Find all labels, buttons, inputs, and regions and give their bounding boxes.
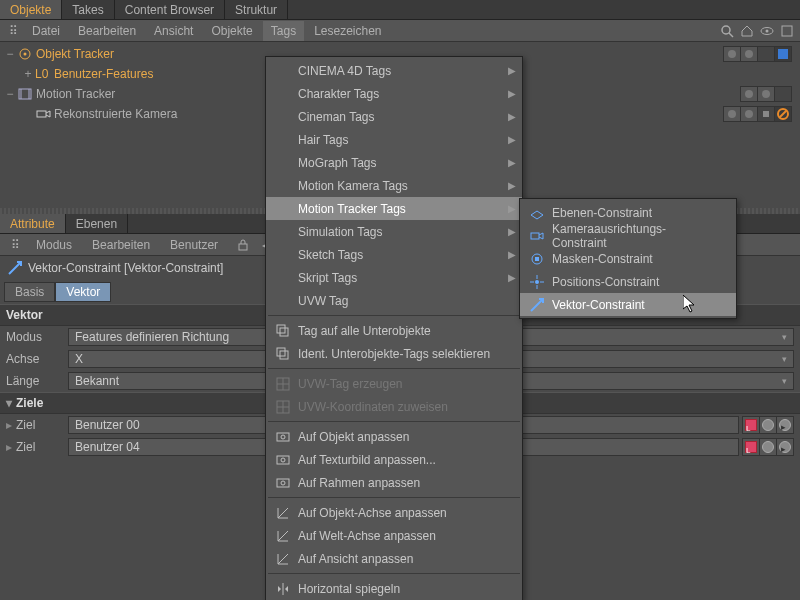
expand-toggle[interactable]: − bbox=[4, 87, 16, 101]
svg-rect-12 bbox=[37, 111, 46, 117]
copy-icon bbox=[272, 346, 294, 362]
svg-rect-29 bbox=[277, 456, 289, 464]
menu-item[interactable]: Motion Kamera Tags▶ bbox=[266, 174, 522, 197]
layer-slot[interactable] bbox=[774, 86, 792, 102]
svg-text:L0: L0 bbox=[35, 67, 49, 81]
tab-ebenen[interactable]: Ebenen bbox=[66, 214, 128, 233]
tab-content-browser[interactable]: Content Browser bbox=[115, 0, 225, 19]
menu-item[interactable]: Simulation Tags▶ bbox=[266, 220, 522, 243]
menu-item[interactable]: Auf Ansicht anpassen bbox=[266, 547, 522, 570]
svg-line-36 bbox=[278, 531, 288, 541]
chevron-right-icon[interactable]: ▸ bbox=[6, 418, 16, 432]
goto-button[interactable] bbox=[776, 438, 794, 456]
menu-bearbeiten[interactable]: Bearbeiten bbox=[70, 21, 144, 41]
menu-item[interactable]: CINEMA 4D Tags▶ bbox=[266, 59, 522, 82]
menu-item[interactable]: Charakter Tags▶ bbox=[266, 82, 522, 105]
disable-icon[interactable] bbox=[774, 106, 792, 122]
svg-point-3 bbox=[766, 29, 769, 32]
visibility-toggle[interactable] bbox=[740, 46, 758, 62]
menu-item[interactable]: Tag auf alle Unterobjekte bbox=[266, 319, 522, 342]
cam-icon bbox=[526, 228, 548, 244]
maximize-icon[interactable] bbox=[779, 23, 795, 39]
goto-button[interactable] bbox=[776, 416, 794, 434]
link-target-button[interactable] bbox=[742, 416, 760, 434]
tab-attribute[interactable]: Attribute bbox=[0, 214, 66, 233]
svg-line-33 bbox=[278, 508, 288, 518]
svg-line-14 bbox=[780, 111, 787, 118]
tab-struktur[interactable]: Struktur bbox=[225, 0, 288, 19]
menu-item[interactable]: UVW Tag bbox=[266, 289, 522, 312]
layer-slot[interactable] bbox=[757, 106, 775, 122]
tab-objekte[interactable]: Objekte bbox=[0, 0, 62, 19]
visibility-toggle[interactable] bbox=[723, 106, 741, 122]
chevron-right-icon: ▶ bbox=[508, 226, 516, 237]
svg-line-39 bbox=[278, 554, 288, 564]
search-icon[interactable] bbox=[719, 23, 735, 39]
menu-item[interactable]: Sketch Tags▶ bbox=[266, 243, 522, 266]
home-icon[interactable] bbox=[739, 23, 755, 39]
menu-item: UVW-Tag erzeugen bbox=[266, 372, 522, 395]
menu-item[interactable]: Auf Objekt-Achse anpassen bbox=[266, 501, 522, 524]
object-manager-tabs: Objekte Takes Content Browser Struktur bbox=[0, 0, 800, 20]
attr-menu-bearbeiten[interactable]: Bearbeiten bbox=[84, 235, 158, 255]
object-manager-menubar: ⠿ Datei Bearbeiten Ansicht Objekte Tags … bbox=[0, 20, 800, 42]
menu-item[interactable]: Auf Rahmen anpassen bbox=[266, 471, 522, 494]
menu-item: UVW-Koordinaten zuweisen bbox=[266, 395, 522, 418]
flip-icon bbox=[272, 581, 294, 597]
menu-item[interactable]: Motion Tracker Tags▶ bbox=[266, 197, 522, 220]
menu-datei[interactable]: Datei bbox=[24, 21, 68, 41]
fit-icon bbox=[272, 429, 294, 445]
menu-tags[interactable]: Tags bbox=[263, 21, 304, 41]
expand-toggle[interactable]: − bbox=[4, 47, 16, 61]
visibility-toggle[interactable] bbox=[740, 106, 758, 122]
menu-item[interactable]: Skript Tags▶ bbox=[266, 266, 522, 289]
menu-item[interactable]: Ident. Unterobjekte-Tags selektieren bbox=[266, 342, 522, 365]
link-target-button[interactable] bbox=[742, 438, 760, 456]
submenu-item[interactable]: Vektor-Constraint bbox=[520, 293, 736, 316]
attr-menu-benutzer[interactable]: Benutzer bbox=[162, 235, 226, 255]
vector-constraint-icon bbox=[7, 260, 23, 276]
lock-icon[interactable] bbox=[235, 237, 251, 253]
axis-icon bbox=[272, 528, 294, 544]
layer-slot[interactable] bbox=[757, 46, 775, 62]
submenu-item[interactable]: Masken-Constraint bbox=[520, 247, 736, 270]
visibility-toggle[interactable] bbox=[740, 86, 758, 102]
chevron-right-icon: ▶ bbox=[508, 134, 516, 145]
chevron-right-icon[interactable]: ▸ bbox=[6, 440, 16, 454]
mode-basis[interactable]: Basis bbox=[4, 282, 55, 302]
menu-objekte[interactable]: Objekte bbox=[203, 21, 260, 41]
visibility-toggle[interactable] bbox=[757, 86, 775, 102]
menu-item[interactable]: Horizontal spiegeln bbox=[266, 577, 522, 600]
visibility-toggle[interactable] bbox=[723, 46, 741, 62]
svg-line-1 bbox=[729, 33, 733, 37]
menu-item[interactable]: MoGraph Tags▶ bbox=[266, 151, 522, 174]
axis-icon bbox=[272, 551, 294, 567]
attr-menu-modus[interactable]: Modus bbox=[28, 235, 80, 255]
menu-item[interactable]: Auf Texturbild anpassen... bbox=[266, 448, 522, 471]
eye-icon[interactable] bbox=[759, 23, 775, 39]
pick-button[interactable] bbox=[759, 438, 777, 456]
expand-toggle[interactable]: + bbox=[22, 67, 34, 81]
svg-point-6 bbox=[24, 53, 27, 56]
menu-item[interactable]: Auf Objekt anpassen bbox=[266, 425, 522, 448]
tags-context-menu: CINEMA 4D Tags▶ Charakter Tags▶ Cineman … bbox=[265, 56, 523, 600]
menu-item[interactable]: Auf Welt-Achse anpassen bbox=[266, 524, 522, 547]
tag-icon[interactable] bbox=[774, 46, 792, 62]
mode-vektor[interactable]: Vektor bbox=[55, 282, 111, 302]
menu-ansicht[interactable]: Ansicht bbox=[146, 21, 201, 41]
submenu-item[interactable]: Kameraausrichtungs-Constraint bbox=[520, 224, 736, 247]
menu-item[interactable]: Cineman Tags▶ bbox=[266, 105, 522, 128]
pick-button[interactable] bbox=[759, 416, 777, 434]
vec-icon bbox=[526, 297, 548, 313]
mask-icon bbox=[526, 251, 548, 267]
svg-point-0 bbox=[722, 26, 730, 34]
menu-lesezeichen[interactable]: Lesezeichen bbox=[306, 21, 389, 41]
svg-rect-44 bbox=[535, 257, 539, 261]
tab-takes[interactable]: Takes bbox=[62, 0, 114, 19]
menu-item[interactable]: Hair Tags▶ bbox=[266, 128, 522, 151]
chevron-right-icon: ▶ bbox=[508, 249, 516, 260]
film-icon bbox=[16, 86, 34, 102]
target-icon bbox=[16, 46, 34, 62]
chevron-right-icon: ▶ bbox=[508, 88, 516, 99]
submenu-item[interactable]: Positions-Constraint bbox=[520, 270, 736, 293]
